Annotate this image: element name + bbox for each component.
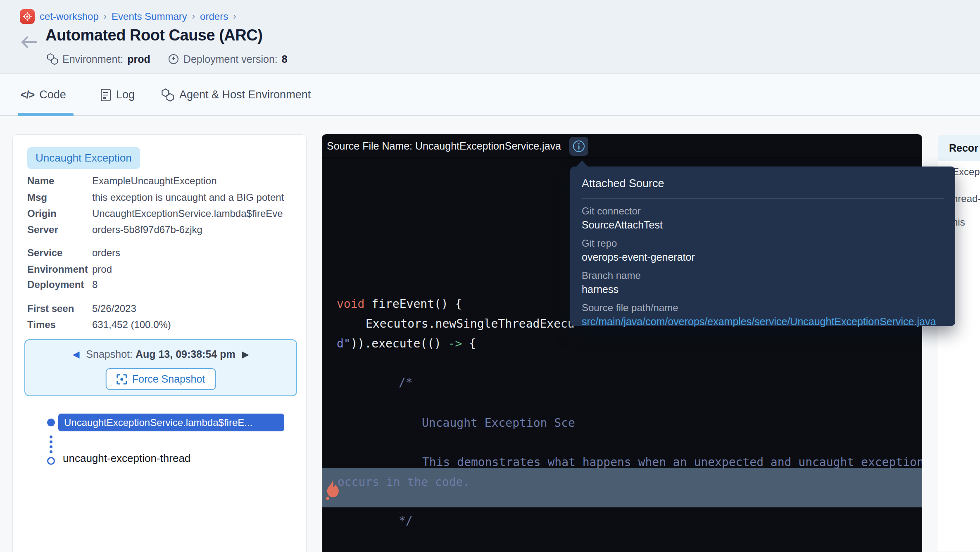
field-server: Serverorders-5b8f97d67b-6zjkg bbox=[27, 224, 300, 236]
branch-name-value: harness bbox=[582, 283, 944, 295]
tooltip-title: Attached Source bbox=[582, 177, 944, 190]
field-first-seen: First seen5/26/2023 bbox=[27, 303, 300, 314]
source-file-name: Source File Name: UncaughtExceptionServi… bbox=[327, 140, 561, 152]
code-line: void fireEvent() { bbox=[337, 294, 462, 314]
environment-label: Environment: bbox=[62, 53, 123, 65]
breadcrumb: cet-workshop › Events Summary › orders › bbox=[20, 9, 236, 24]
source-file-path-link[interactable]: src/main/java/com/overops/examples/servi… bbox=[582, 316, 944, 328]
git-connector-value: SourceAttachTest bbox=[582, 219, 944, 231]
stack-frame-dot-icon bbox=[47, 419, 55, 426]
tab-code[interactable]: </> Code bbox=[21, 74, 66, 115]
field-origin: OriginUncaughtExceptionService.lambda$fi… bbox=[27, 208, 300, 219]
flame-error-icon bbox=[323, 478, 340, 502]
code-line: d")).execute(() -> { bbox=[337, 334, 476, 354]
code-line: Uncaught Exception Sce bbox=[422, 413, 575, 433]
stack-connector-dot bbox=[50, 445, 52, 448]
code-line: occurs in the code. bbox=[338, 472, 470, 492]
page-title: Automated Root Cause (ARC) bbox=[45, 26, 262, 44]
field-times: Times631,452 (100.0%) bbox=[27, 319, 300, 331]
capture-focus-icon bbox=[117, 374, 127, 385]
field-service: Serviceorders bbox=[27, 247, 300, 259]
snapshot-next-icon[interactable]: ▶ bbox=[242, 349, 249, 360]
tab-agent-label: Agent & Host Environment bbox=[179, 88, 311, 101]
snapshot-row: ◀ Snapshot: Aug 13, 09:38:54 pm ▶ bbox=[25, 348, 296, 360]
tooltip-divider bbox=[582, 198, 944, 199]
git-connector-label: Git connector bbox=[582, 205, 944, 217]
branch-name-label: Branch name bbox=[582, 270, 944, 281]
snapshot-box: ◀ Snapshot: Aug 13, 09:38:54 pm ▶ Force … bbox=[24, 339, 297, 396]
stack-thread-circle-icon bbox=[47, 457, 55, 465]
breadcrumb-separator: › bbox=[104, 11, 107, 22]
field-environment: Environmentprod bbox=[27, 264, 300, 275]
field-deployment: Deployment8 bbox=[27, 279, 300, 290]
attached-source-tooltip: Attached Source Git connector SourceAtta… bbox=[570, 167, 955, 326]
environment-meta: Environment: prod bbox=[47, 53, 150, 65]
right-panel-item[interactable]: hread- bbox=[952, 193, 980, 205]
breadcrumb-separator: › bbox=[233, 11, 236, 22]
environment-value: prod bbox=[127, 53, 150, 65]
arc-page: cet-workshop › Events Summary › orders ›… bbox=[0, 0, 980, 552]
hexagons-icon bbox=[47, 53, 58, 65]
log-document-icon bbox=[100, 88, 111, 102]
breadcrumb-link-workshop[interactable]: cet-workshop bbox=[40, 11, 99, 22]
tab-log[interactable]: Log bbox=[100, 74, 135, 115]
active-tab-underline bbox=[18, 113, 74, 116]
code-line: */ bbox=[399, 511, 413, 531]
agent-hexagons-icon bbox=[161, 88, 174, 102]
breadcrumb-link-events-summary[interactable]: Events Summary bbox=[112, 11, 187, 22]
stack-thread-item[interactable]: uncaught-exception-thread bbox=[63, 452, 190, 465]
tab-bar: </> Code Log Agent & Host Environment Se… bbox=[0, 74, 980, 116]
deploy-circle-arrow-icon bbox=[168, 53, 179, 65]
snapshot-datetime: Aug 13, 09:38:54 pm bbox=[136, 348, 235, 360]
breadcrumb-separator: › bbox=[192, 11, 195, 22]
tab-log-label: Log bbox=[116, 88, 135, 101]
event-type-badge[interactable]: Uncaught Exception bbox=[27, 147, 140, 169]
deployment-value: 8 bbox=[282, 53, 288, 65]
right-panel-header: Recor bbox=[938, 135, 980, 161]
stack-connector-dot bbox=[50, 440, 52, 443]
field-msg: Msgthis exception is uncaught and a BIG … bbox=[27, 192, 300, 203]
code-line: /* bbox=[399, 373, 413, 393]
field-name: NameExampleUncaughtException bbox=[27, 175, 300, 187]
code-line: This demonstrates what happens when an u… bbox=[422, 452, 922, 472]
stack-connector-dot bbox=[50, 450, 52, 453]
header-meta: Environment: prod Deployment version: 8 bbox=[47, 53, 288, 65]
tab-code-label: Code bbox=[39, 88, 66, 101]
code-brackets-icon: </> bbox=[21, 89, 34, 101]
snapshot-label: Snapshot: Aug 13, 09:38:54 pm bbox=[86, 348, 235, 360]
info-icon[interactable] bbox=[569, 137, 588, 156]
code-line: Executors.newSingleThreadExecu bbox=[366, 314, 575, 334]
source-file-path-label: Source file path/name bbox=[582, 302, 944, 314]
force-snapshot-button[interactable]: Force Snapshot bbox=[106, 368, 216, 390]
git-repo-label: Git repo bbox=[582, 238, 944, 249]
deployment-label: Deployment version: bbox=[183, 53, 278, 65]
breadcrumb-link-orders[interactable]: orders bbox=[200, 11, 228, 22]
force-snapshot-label: Force Snapshot bbox=[132, 373, 205, 385]
snapshot-prev-icon[interactable]: ◀ bbox=[72, 349, 79, 360]
git-repo-value: overops-event-generator bbox=[582, 251, 944, 263]
deployment-meta: Deployment version: 8 bbox=[168, 53, 288, 65]
back-button[interactable] bbox=[18, 34, 40, 50]
app-logo-icon[interactable] bbox=[20, 9, 35, 24]
tab-agent-host-environment[interactable]: Agent & Host Environment bbox=[161, 74, 311, 115]
stack-connector-dot bbox=[50, 435, 52, 438]
right-panel-item[interactable]: Excepti bbox=[952, 166, 980, 178]
stack-frame-selected[interactable]: UncaughtExceptionService.lambda$fireE... bbox=[58, 414, 284, 431]
page-header: cet-workshop › Events Summary › orders ›… bbox=[0, 0, 980, 74]
event-details-card: Uncaught Exception NameExampleUncaughtEx… bbox=[12, 134, 307, 552]
code-panel-header: Source File Name: UncaughtExceptionServi… bbox=[322, 134, 922, 158]
